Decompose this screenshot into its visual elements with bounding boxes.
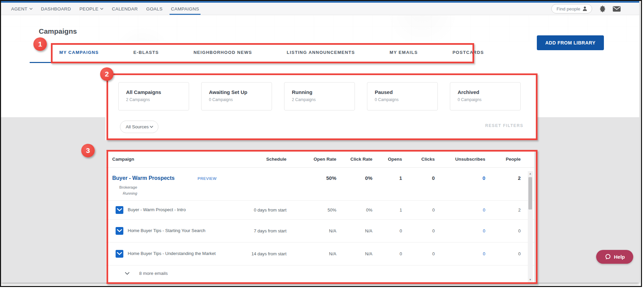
filter-card-archived[interactable]: Archived 0 Campaigns — [450, 82, 521, 110]
content-area: All Campaigns 2 Campaigns Awaiting Set U… — [1, 63, 639, 283]
tab-neighborhood-news[interactable]: NEIGHBORHOOD NEWS — [193, 50, 252, 55]
nav-item-agent[interactable]: AGENT — [11, 3, 33, 15]
chat-bubble-icon — [605, 254, 611, 260]
chevron-down-icon — [150, 126, 153, 128]
column-header-schedule: Schedule — [236, 157, 286, 162]
status-filter-cards: All Campaigns 2 Campaigns Awaiting Set U… — [118, 82, 521, 110]
column-header-people: People — [485, 157, 521, 162]
help-label: Help — [614, 254, 625, 260]
nav-item-dashboard[interactable]: DASHBOARD — [41, 3, 71, 15]
email-opens: 0 — [372, 228, 402, 233]
email-unsubscribes-link[interactable]: 0 — [435, 207, 485, 213]
page-title: Campaigns — [39, 27, 77, 35]
nav-label: PEOPLE — [80, 6, 98, 11]
browser-page: AGENT DASHBOARD PEOPLE CALENDAR GOALS CA… — [1, 1, 639, 283]
nav-item-calendar[interactable]: CALENDAR — [112, 3, 138, 15]
group-clicks: 0 — [402, 175, 435, 181]
column-header-opens: Opens — [372, 157, 402, 162]
campaign-name-link[interactable]: Buyer - Warm Prospects — [112, 175, 175, 181]
filter-card-count: 0 Campaigns — [458, 97, 520, 102]
scroll-up-arrow[interactable]: ▲ — [529, 171, 532, 176]
email-schedule: 14 days from start — [236, 251, 286, 256]
email-unsubscribes-link[interactable]: 0 — [435, 228, 485, 233]
group-opens: 1 — [372, 175, 402, 181]
column-header-open-rate: Open Rate — [286, 157, 336, 162]
nav-item-campaigns[interactable]: CAMPAIGNS — [171, 3, 199, 15]
filter-card-all-campaigns[interactable]: All Campaigns 2 Campaigns — [118, 82, 189, 110]
campaign-status: Running — [119, 191, 137, 195]
page-header: Campaigns ADD FROM LIBRARY — [1, 15, 639, 41]
filter-card-title: Awaiting Set Up — [209, 89, 272, 95]
campaign-group-row: Buyer - Warm Prospects PREVIEW 50% 0% 1 … — [106, 168, 534, 201]
email-opens: 0 — [372, 251, 402, 256]
preview-link[interactable]: PREVIEW — [197, 176, 217, 181]
email-name: Home Buyer Tips - Starting Your Search — [128, 228, 206, 234]
table-scrollbar[interactable]: ▲ ▼ — [528, 171, 533, 283]
filter-card-running[interactable]: Running 2 Campaigns — [284, 82, 355, 110]
chevron-down-icon — [29, 8, 33, 10]
envelope-icon — [613, 6, 621, 12]
source-filter-value: All Sources — [126, 124, 149, 129]
chevron-down-icon — [100, 8, 103, 10]
tab-e-blasts[interactable]: E-BLASTS — [133, 50, 159, 55]
email-schedule: 0 days from start — [236, 207, 286, 213]
nav-label: GOALS — [146, 6, 163, 11]
scrollbar-thumb[interactable] — [528, 177, 532, 210]
screenshot-frame: AGENT DASHBOARD PEOPLE CALENDAR GOALS CA… — [0, 0, 642, 287]
filter-card-paused[interactable]: Paused 0 Campaigns — [367, 82, 438, 110]
filter-card-title: Archived — [458, 89, 520, 95]
tab-my-emails[interactable]: MY EMAILS — [390, 50, 418, 55]
campaign-tabs: MY CAMPAIGNS E-BLASTS NEIGHBORHOOD NEWS … — [59, 41, 484, 63]
group-unsubscribes-link[interactable]: 0 — [435, 175, 485, 181]
email-people: 0 — [485, 228, 521, 233]
scroll-down-arrow[interactable]: ▼ — [529, 277, 532, 283]
campaign-group-name-cell: Buyer - Warm Prospects PREVIEW — [112, 175, 236, 181]
gear-icon — [599, 5, 606, 12]
expand-more-emails[interactable]: 8 more emails — [106, 265, 534, 281]
email-row[interactable]: Buyer - Warm Prospect - Intro 0 days fro… — [106, 201, 534, 220]
email-clicks: 0 — [402, 251, 435, 256]
source-filter-dropdown[interactable]: All Sources — [120, 121, 158, 133]
column-header-clicks: Clicks — [402, 157, 435, 162]
nav-item-goals[interactable]: GOALS — [146, 3, 163, 15]
table-header-row: Campaign Schedule Open Rate Click Rate O… — [106, 151, 534, 168]
email-schedule: 7 days from start — [236, 228, 286, 233]
email-name: Buyer - Warm Prospect - Intro — [128, 207, 186, 213]
email-name-cell: Home Buyer Tips - Understanding the Mark… — [112, 250, 236, 258]
column-header-campaign: Campaign — [112, 157, 236, 162]
tab-my-campaigns[interactable]: MY CAMPAIGNS — [59, 50, 99, 55]
tab-listing-announcements[interactable]: LISTING ANNOUNCEMENTS — [287, 50, 355, 55]
email-open-rate: 50% — [286, 207, 336, 213]
filter-card-count: 2 Campaigns — [126, 97, 189, 102]
campaigns-table: Campaign Schedule Open Rate Click Rate O… — [106, 151, 534, 283]
person-icon — [583, 6, 587, 11]
help-button[interactable]: Help — [596, 250, 633, 264]
filter-card-count: 0 Campaigns — [375, 97, 437, 102]
email-row[interactable]: Home Buyer Tips - Understanding the Mark… — [106, 243, 534, 265]
navbar-right-group: Find people — [551, 3, 621, 15]
email-unsubscribes-link[interactable]: 0 — [435, 251, 485, 256]
nav-label: AGENT — [11, 6, 28, 11]
nav-item-people[interactable]: PEOPLE — [80, 3, 103, 15]
filter-card-count: 2 Campaigns — [292, 97, 355, 102]
email-name-cell: Home Buyer Tips - Starting Your Search — [112, 227, 236, 235]
reset-filters-button[interactable]: RESET FILTERS — [485, 123, 523, 128]
settings-button[interactable] — [599, 5, 606, 12]
email-name: Home Buyer Tips - Understanding the Mark… — [128, 251, 216, 257]
chevron-down-icon — [125, 272, 130, 275]
main-navbar: AGENT DASHBOARD PEOPLE CALENDAR GOALS CA… — [1, 3, 639, 15]
filter-card-awaiting-setup[interactable]: Awaiting Set Up 0 Campaigns — [201, 82, 272, 110]
tab-postcards[interactable]: POSTCARDS — [453, 50, 484, 55]
campaign-source: Brokerage — [119, 185, 137, 189]
email-name-cell: Buyer - Warm Prospect - Intro — [112, 206, 236, 214]
email-people: 0 — [485, 251, 521, 256]
email-open-rate: N/A — [286, 251, 336, 256]
find-people-search[interactable]: Find people — [551, 4, 592, 13]
find-people-label: Find people — [556, 6, 580, 11]
email-clicks: 0 — [402, 228, 435, 233]
email-open-rate: N/A — [286, 228, 336, 233]
column-header-unsubscribes: Unsubscribes — [435, 157, 485, 162]
email-row[interactable]: Home Buyer Tips - Starting Your Search 7… — [106, 220, 534, 243]
messages-button[interactable] — [613, 6, 621, 12]
add-from-library-button[interactable]: ADD FROM LIBRARY — [537, 35, 604, 50]
